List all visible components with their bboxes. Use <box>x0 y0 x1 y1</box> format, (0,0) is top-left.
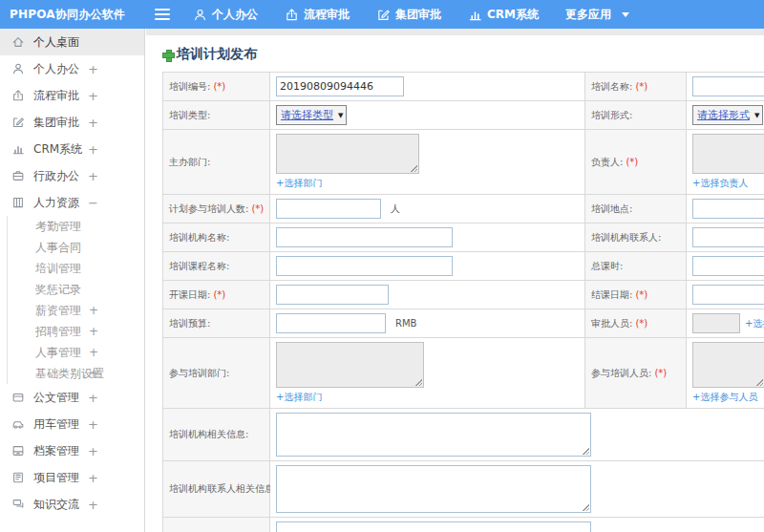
topnav-label: 个人办公 <box>212 7 258 23</box>
sidebar-item-vehicle-mgmt[interactable]: 用车管理+ <box>0 411 144 437</box>
sidebar-item-personal-office[interactable]: 个人办公+ <box>0 55 144 82</box>
training-form-select[interactable]: 请选择形式▼ <box>692 105 763 125</box>
end-date-input[interactable] <box>692 285 764 305</box>
end-date-field-cell <box>687 281 764 309</box>
topnav-label: 集团审批 <box>395 7 441 23</box>
approvers-label: 审批人员:(*) <box>585 309 687 338</box>
topnav-personal-office[interactable]: 个人办公 <box>193 7 258 23</box>
sidebar-subitem-personnel-mgmt[interactable]: 人事管理+ <box>8 342 144 363</box>
sidebar-item-hr[interactable]: 人力资源− <box>0 189 144 216</box>
expander-plus-icon[interactable]: + <box>88 63 98 75</box>
menu-toggle-button[interactable] <box>155 9 170 20</box>
training-name-field-cell <box>687 73 764 101</box>
org-name-input[interactable] <box>276 227 453 247</box>
sidebar-subitem-recruit-mgmt[interactable]: 招聘管理+ <box>8 321 144 342</box>
org-contact-input[interactable] <box>692 227 764 247</box>
sidebar-subitem-hr-contract[interactable]: 人事合同 <box>8 237 144 258</box>
expander-plus-icon[interactable]: + <box>88 445 98 458</box>
sidebar-item-admin-office[interactable]: 行政办公+ <box>0 162 144 189</box>
total-hours-input[interactable] <box>692 256 764 276</box>
planned-participants-field-cell: 人 <box>270 195 585 223</box>
training-no-input[interactable] <box>276 76 404 96</box>
host-dept-field-cell: +选择部门 <box>270 130 585 195</box>
sidebar-subitem-attendance-mgmt[interactable]: 考勤管理 <box>8 216 144 237</box>
leader-picker-box[interactable] <box>692 134 764 174</box>
topnav-group-approval[interactable]: 集团审批 <box>376 7 441 23</box>
sidebar-item-document-mgmt[interactable]: 公文管理+ <box>0 384 144 411</box>
resize-grip-icon <box>582 447 589 455</box>
participants-picker-link[interactable]: +选择参与人员 <box>692 391 764 404</box>
host-dept-picker-link[interactable]: +选择部门 <box>276 177 419 190</box>
sidebar-item-label: 档案管理 <box>33 443 79 459</box>
training-type-select[interactable]: 请选择类型▼ <box>276 105 347 125</box>
main-content: 培训计划发布 培训编号:(*)培训名称:(*)培训类型:请选择类型▼培训形式:请… <box>146 29 764 532</box>
start-date-input[interactable] <box>276 285 389 305</box>
sidebar-item-archive-mgmt[interactable]: 档案管理+ <box>0 437 144 464</box>
sidebar-item-label: 个人桌面 <box>33 34 79 51</box>
planned-participants-input[interactable] <box>276 199 381 219</box>
host-dept-picker-box[interactable] <box>276 134 419 174</box>
training-location-label: 培训地点: <box>585 195 687 223</box>
training-requirements-field-cell <box>270 518 764 532</box>
expander-plus-icon[interactable]: + <box>88 472 98 484</box>
planned-participants-label: 计划参与培训人数:(*) <box>163 195 270 223</box>
sidebar-subitem-base-category-settings[interactable]: 基础类别设置+ <box>8 363 144 384</box>
sidebar-item-group-approval[interactable]: 集团审批+ <box>0 109 144 136</box>
sidebar-subitem-reward-record[interactable]: 奖惩记录 <box>8 279 144 300</box>
approvers-picker-link[interactable]: +选择审批人员 <box>745 317 764 330</box>
required-marker: (*) <box>213 81 225 92</box>
topnav-flow-approval[interactable]: 流程审批 <box>285 7 350 23</box>
sidebar-item-crm-system[interactable]: CRM系统+ <box>0 136 144 162</box>
sidebar-item-project-mgmt[interactable]: 项目管理+ <box>0 464 144 491</box>
chevron-down-icon: ▼ <box>754 112 759 119</box>
sidebar-subitem-label: 培训管理 <box>35 261 81 277</box>
expander-plus-icon[interactable]: + <box>88 170 98 182</box>
approvers-input[interactable] <box>692 313 740 333</box>
training-name-input[interactable] <box>692 76 764 96</box>
budget-label: 培训预算: <box>163 309 270 338</box>
sidebar-item-label: 行政办公 <box>33 168 79 184</box>
training-requirements-label: 培训要求: <box>163 518 270 532</box>
required-marker: (*) <box>635 289 647 300</box>
sidebar-item-personal-desktop[interactable]: 个人桌面 <box>0 29 144 55</box>
sidebar-item-label: 用车管理 <box>33 416 79 433</box>
sidebar-submenu-hr: 考勤管理人事合同培训管理奖惩记录薪资管理+招聘管理+人事管理+基础类别设置+ <box>7 216 144 384</box>
expander-plus-icon[interactable]: + <box>88 418 98 431</box>
expander-plus-icon[interactable]: + <box>88 117 98 129</box>
expander-plus-icon[interactable]: + <box>89 347 98 358</box>
training-requirements-textarea[interactable] <box>276 521 591 532</box>
expander-plus-icon[interactable]: + <box>88 392 98 404</box>
form-row: 培训编号:(*)培训名称:(*) <box>163 73 764 101</box>
budget-input[interactable] <box>276 313 386 333</box>
sidebar: 个人桌面个人办公+流程审批+集团审批+CRM系统+行政办公+人力资源−考勤管理人… <box>0 29 145 532</box>
sidebar-item-knowledge-exchange[interactable]: 知识交流+ <box>0 491 144 518</box>
topnav-crm-system[interactable]: CRM系统 <box>468 7 539 23</box>
course-name-input[interactable] <box>276 256 453 276</box>
form-row: 开课日期:(*)结课日期:(*) <box>163 281 764 309</box>
org-info-textarea[interactable] <box>276 413 591 457</box>
expander-plus-icon[interactable]: + <box>89 305 98 316</box>
form-row: 培训类型:请选择类型▼培训形式:请选择形式▼ <box>163 101 764 130</box>
resize-grip-icon <box>410 164 417 172</box>
org-contact-info-textarea[interactable] <box>276 465 591 513</box>
expander-plus-icon[interactable]: + <box>89 368 98 379</box>
expander-minus-icon[interactable]: − <box>88 197 98 209</box>
topnav-more-apps[interactable]: 更多应用 <box>565 7 629 23</box>
sidebar-item-label: 项目管理 <box>33 470 79 486</box>
sidebar-subitem-training-mgmt[interactable]: 培训管理 <box>8 258 144 279</box>
leader-picker-link[interactable]: +选择负责人 <box>692 177 764 190</box>
sidebar-subitem-salary-mgmt[interactable]: 薪资管理+ <box>8 300 144 321</box>
leader-label: 负责人:(*) <box>585 130 687 195</box>
training-location-field-cell <box>687 195 764 223</box>
expander-plus-icon[interactable]: + <box>88 143 98 156</box>
expander-plus-icon[interactable]: + <box>89 326 98 337</box>
form-header: 培训计划发布 <box>146 35 764 72</box>
sidebar-item-flow-approval[interactable]: 流程审批+ <box>0 82 144 109</box>
participants-label: 参与培训人员:(*) <box>585 338 687 409</box>
participating-depts-picker-box[interactable] <box>276 342 424 388</box>
participants-picker-box[interactable] <box>692 342 764 388</box>
training-location-input[interactable] <box>692 199 764 219</box>
participating-depts-picker-link[interactable]: +选择部门 <box>276 391 424 404</box>
expander-plus-icon[interactable]: + <box>88 499 98 511</box>
expander-plus-icon[interactable]: + <box>88 90 98 102</box>
